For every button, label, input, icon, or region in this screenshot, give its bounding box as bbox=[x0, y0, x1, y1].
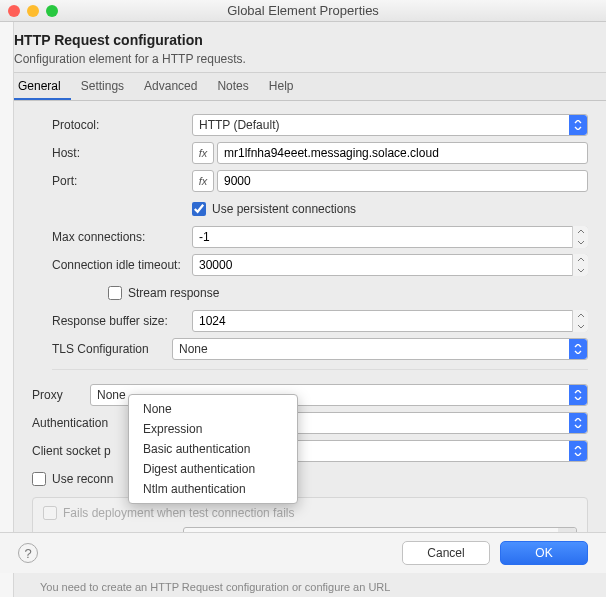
host-label: Host: bbox=[52, 146, 192, 160]
page-title: HTTP Request configuration bbox=[14, 32, 592, 48]
protocol-label: Protocol: bbox=[52, 118, 192, 132]
help-icon[interactable]: ? bbox=[18, 543, 38, 563]
use-reconnection-label: Use reconn bbox=[52, 472, 113, 486]
protocol-value: HTTP (Default) bbox=[199, 118, 279, 132]
stepper-icon[interactable] bbox=[572, 226, 588, 248]
tls-value: None bbox=[179, 342, 208, 356]
stepper-icon[interactable] bbox=[572, 254, 588, 276]
idle-timeout-label: Connection idle timeout: bbox=[52, 258, 192, 272]
use-reconnection-checkbox[interactable]: Use reconn bbox=[32, 472, 113, 486]
use-persistent-label: Use persistent connections bbox=[212, 202, 356, 216]
client-socket-label: Client socket p bbox=[32, 444, 128, 458]
host-input[interactable] bbox=[217, 142, 588, 164]
tab-help[interactable]: Help bbox=[259, 73, 304, 100]
protocol-select[interactable]: HTTP (Default) bbox=[192, 114, 588, 136]
cancel-button[interactable]: Cancel bbox=[402, 541, 490, 565]
port-input[interactable] bbox=[217, 170, 588, 192]
auth-option-digest[interactable]: Digest authentication bbox=[129, 459, 297, 479]
auth-option-ntlm[interactable]: Ntlm authentication bbox=[129, 479, 297, 499]
authentication-label: Authentication bbox=[32, 416, 128, 430]
ok-button[interactable]: OK bbox=[500, 541, 588, 565]
proxy-label: Proxy bbox=[32, 388, 90, 402]
footer-hint: You need to create an HTTP Request confi… bbox=[40, 581, 390, 593]
use-reconnection-box[interactable] bbox=[32, 472, 46, 486]
auth-option-basic[interactable]: Basic authentication bbox=[129, 439, 297, 459]
tab-settings[interactable]: Settings bbox=[71, 73, 134, 100]
tab-notes[interactable]: Notes bbox=[207, 73, 258, 100]
use-persistent-checkbox[interactable]: Use persistent connections bbox=[192, 202, 356, 216]
auth-option-none[interactable]: None bbox=[129, 399, 297, 419]
auth-option-expression[interactable]: Expression bbox=[129, 419, 297, 439]
tab-bar: General Settings Advanced Notes Help bbox=[0, 72, 606, 101]
chevron-down-icon bbox=[569, 441, 587, 461]
max-connections-label: Max connections: bbox=[52, 230, 192, 244]
left-gutter bbox=[0, 22, 14, 597]
tab-general[interactable]: General bbox=[8, 73, 71, 100]
tls-label: TLS Configuration bbox=[52, 342, 172, 356]
use-persistent-box[interactable] bbox=[192, 202, 206, 216]
port-label: Port: bbox=[52, 174, 192, 188]
page-subtitle: Configuration element for a HTTP request… bbox=[14, 52, 592, 66]
response-buffer-label: Response buffer size: bbox=[52, 314, 192, 328]
chevron-down-icon bbox=[569, 385, 587, 405]
stream-response-label: Stream response bbox=[128, 286, 219, 300]
stepper-icon[interactable] bbox=[572, 310, 588, 332]
fails-deployment-box bbox=[43, 506, 57, 520]
max-connections-input[interactable] bbox=[192, 226, 588, 248]
chevron-down-icon bbox=[569, 115, 587, 135]
window-title: Global Element Properties bbox=[0, 3, 606, 18]
stream-response-checkbox[interactable]: Stream response bbox=[108, 286, 219, 300]
chevron-down-icon bbox=[569, 413, 587, 433]
tls-select[interactable]: None bbox=[172, 338, 588, 360]
tab-advanced[interactable]: Advanced bbox=[134, 73, 207, 100]
fails-deployment-checkbox: Fails deployment when test connection fa… bbox=[43, 506, 577, 520]
response-buffer-input[interactable] bbox=[192, 310, 588, 332]
fx-icon[interactable]: fx bbox=[192, 170, 214, 192]
stream-response-box[interactable] bbox=[108, 286, 122, 300]
fails-deployment-label: Fails deployment when test connection fa… bbox=[63, 506, 294, 520]
chevron-down-icon bbox=[569, 339, 587, 359]
proxy-value: None bbox=[97, 388, 126, 402]
fx-icon[interactable]: fx bbox=[192, 142, 214, 164]
authentication-dropdown[interactable]: None Expression Basic authentication Dig… bbox=[128, 394, 298, 504]
idle-timeout-input[interactable] bbox=[192, 254, 588, 276]
